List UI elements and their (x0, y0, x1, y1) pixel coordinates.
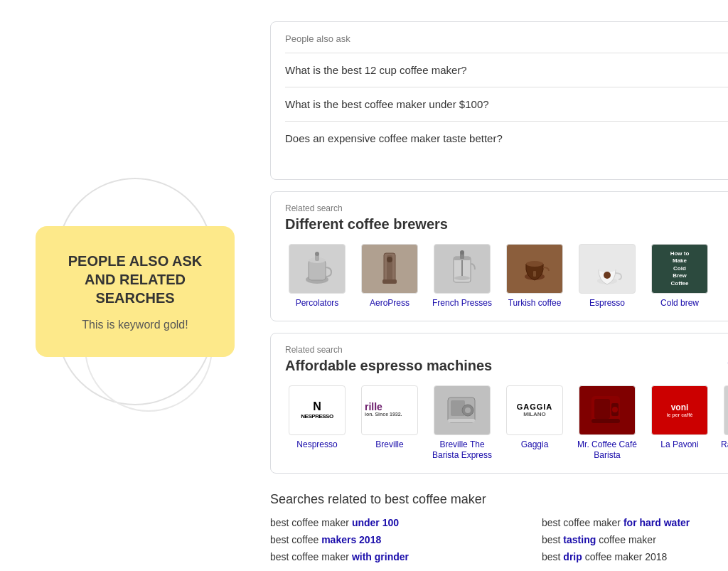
espresso-item-breville-barista[interactable]: Breville The Barista Express (430, 385, 494, 461)
svg-point-12 (460, 250, 464, 255)
svg-rect-17 (533, 271, 536, 277)
brewer-item-coldbrew[interactable]: How toMakeColdBrewCoffee Cold brew (648, 244, 712, 309)
espresso-img-rancilio (724, 385, 728, 435)
svg-point-19 (599, 267, 616, 272)
search-link-6[interactable]: best drip coffee maker 2018 (542, 551, 728, 562)
related-brewers-title-row: Different coffee brewers (285, 216, 728, 233)
espresso-item-nespresso[interactable]: N NESPRESSO Nespresso (285, 385, 349, 461)
espresso-label-breville-barista: Breville The Barista Express (430, 439, 494, 461)
related-espresso-title-row: Affordable espresso machines View 1+ mor… (285, 358, 728, 374)
svg-rect-30 (592, 419, 620, 423)
espresso-img-gaggia: GAGGIA MILANO (506, 385, 563, 435)
search-link-2[interactable]: best coffee maker for hard water (542, 517, 728, 528)
espresso-label-gaggia: Gaggia (521, 439, 549, 451)
brewer-label-espresso: Espresso (589, 298, 625, 309)
svg-point-20 (604, 272, 611, 279)
paa-question-2: What is the best coffee maker under $100… (285, 98, 489, 110)
svg-point-14 (454, 276, 470, 280)
paa-item-1[interactable]: What is the best 12 cup coffee maker? ⌄ (285, 53, 728, 87)
brewer-item-espresso[interactable]: Espresso (575, 244, 639, 309)
espresso-item-rancilio[interactable]: Rancilio Silvia M (720, 385, 728, 461)
brewer-label-turkish: Turkish coffee (508, 298, 562, 309)
svg-point-8 (387, 257, 392, 262)
related-espresso-title: Affordable espresso machines (285, 358, 492, 374)
related-brewers-title: Different coffee brewers (285, 216, 448, 233)
espresso-item-mrcoffee[interactable]: Mr. Coffee Café Barista (575, 385, 639, 461)
espresso-label-nespresso: Nespresso (296, 439, 337, 451)
espresso-label-lapavoni: La Pavoni (660, 439, 698, 451)
brewer-img-aeropress (361, 244, 418, 294)
espresso-label-rancilio: Rancilio Silvia M (721, 439, 728, 451)
brewer-item-french[interactable]: French Presses (430, 244, 494, 309)
brewer-item-percolators[interactable]: Percolators (285, 244, 349, 309)
brewer-img-turkish (506, 244, 563, 294)
yellow-card: PEOPLE ALSO ASK AND RELATED SEARCHES Thi… (36, 226, 235, 357)
searches-grid: best coffee maker under 100 best coffee … (270, 517, 728, 562)
brewer-label-coldbrew: Cold brew (660, 298, 699, 309)
card-subtitle: This is keyword gold! (58, 319, 212, 331)
svg-rect-25 (448, 419, 475, 422)
espresso-label-mrcoffee: Mr. Coffee Café Barista (575, 439, 639, 461)
svg-point-29 (612, 407, 618, 412)
espresso-img-nespresso: N NESPRESSO (289, 385, 346, 435)
brewer-img-percolators (289, 244, 346, 294)
svg-rect-1 (309, 260, 326, 280)
brewer-label-aeropress: AeroPress (370, 298, 410, 309)
feedback-row: Feedback (285, 155, 728, 168)
brewer-item-turkish[interactable]: Turkish coffee (503, 244, 567, 309)
search-link-1[interactable]: best coffee maker under 100 (270, 517, 528, 528)
brewer-label-percolators: Percolators (296, 298, 339, 309)
espresso-img-lapavoni: voni ie per caffè (651, 385, 708, 435)
searches-title: Searches related to best coffee maker (270, 492, 728, 507)
related-brewers-label: Related search (285, 203, 728, 213)
espresso-item-breville[interactable]: rille ion. Since 1932. Breville (358, 385, 422, 461)
related-espresso-label: Related search (285, 345, 728, 355)
paa-question-1: What is the best 12 cup coffee maker? (285, 64, 467, 76)
search-link-5[interactable]: best coffee maker with grinder (270, 551, 528, 562)
brewer-item-aeropress[interactable]: AeroPress (358, 244, 422, 309)
brewer-img-coldbrew: How toMakeColdBrewCoffee (651, 244, 708, 294)
svg-point-4 (315, 252, 319, 256)
brewer-img-espresso (579, 244, 636, 294)
paa-box: People also ask What is the best 12 cup … (270, 21, 728, 180)
brewers-items-row: Percolators AeroPress (285, 244, 728, 309)
espresso-img-breville: rille ion. Since 1932. (361, 385, 418, 435)
paa-header: People also ask (285, 33, 728, 44)
paa-item-3[interactable]: Does an expensive coffee maker taste bet… (285, 121, 728, 155)
brewer-label-french: French Presses (432, 298, 492, 309)
espresso-img-breville-barista (434, 385, 491, 435)
espresso-items-row: N NESPRESSO Nespresso rille ion. Since 1… (285, 385, 728, 461)
espresso-item-gaggia[interactable]: GAGGIA MILANO Gaggia (503, 385, 567, 461)
search-link-4[interactable]: best tasting coffee maker (542, 534, 728, 545)
related-brewers-box: Related search Different coffee brewers (270, 191, 728, 321)
paa-question-3: Does an expensive coffee maker taste bet… (285, 132, 503, 144)
svg-rect-7 (382, 279, 397, 284)
right-panel: People also ask What is the best 12 cup … (270, 14, 728, 570)
espresso-item-lapavoni[interactable]: voni ie per caffè La Pavoni (648, 385, 712, 461)
svg-rect-27 (594, 399, 610, 419)
svg-point-24 (465, 407, 471, 413)
espresso-img-mrcoffee (579, 385, 636, 435)
searches-related: Searches related to best coffee maker be… (270, 485, 728, 562)
paa-item-2[interactable]: What is the best coffee maker under $100… (285, 87, 728, 121)
related-espresso-box: Related search Affordable espresso machi… (270, 333, 728, 474)
svg-point-16 (526, 261, 543, 267)
card-title: PEOPLE ALSO ASK AND RELATED SEARCHES (58, 252, 212, 307)
espresso-label-breville: Breville (375, 439, 403, 451)
brewer-img-french (434, 244, 491, 294)
search-link-3[interactable]: best coffee makers 2018 (270, 534, 528, 545)
left-panel: PEOPLE ALSO ASK AND RELATED SEARCHES Thi… (0, 14, 270, 570)
